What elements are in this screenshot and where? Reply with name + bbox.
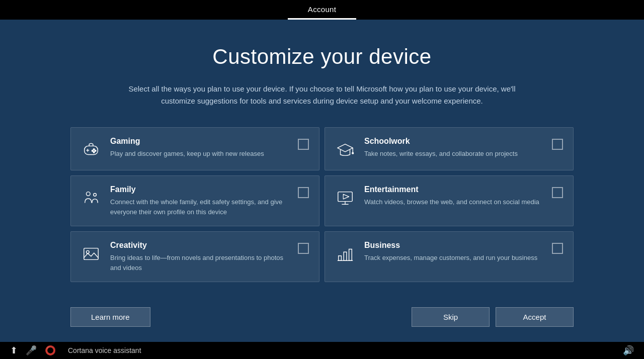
business-checkbox[interactable] <box>552 243 563 254</box>
creativity-desc: Bring ideas to life—from novels and pres… <box>110 253 290 273</box>
family-checkbox[interactable] <box>298 187 309 198</box>
gaming-checkbox[interactable] <box>298 139 309 150</box>
creativity-checkbox[interactable] <box>298 243 309 254</box>
svg-point-18 <box>87 250 90 253</box>
entertainment-icon <box>334 187 356 209</box>
taskbar: ⬆ 🎤 ⭕ Cortana voice assistant 🔊 <box>0 342 644 359</box>
microphone-icon[interactable]: 🎤 <box>26 345 37 356</box>
options-grid: Gaming Play and discover games, keep up … <box>70 127 574 282</box>
gaming-icon <box>80 139 102 161</box>
schoolwork-title: Schoolwork <box>364 137 544 146</box>
svg-rect-21 <box>349 249 352 261</box>
option-card-creativity[interactable]: Creativity Bring ideas to life—from nove… <box>70 231 319 282</box>
skip-button[interactable]: Skip <box>412 307 490 327</box>
schoolwork-desc: Take notes, write essays, and collaborat… <box>364 149 544 159</box>
svg-rect-20 <box>344 252 347 260</box>
svg-point-10 <box>352 152 354 154</box>
creativity-text: Creativity Bring ideas to life—from nove… <box>110 241 290 273</box>
business-desc: Track expenses, manage customers, and ru… <box>364 253 544 263</box>
page-subtitle: Select all the ways you plan to use your… <box>121 83 523 107</box>
svg-point-4 <box>93 149 95 150</box>
nav-tab-label: Account <box>308 5 336 14</box>
svg-point-6 <box>92 150 93 151</box>
svg-rect-17 <box>84 248 99 260</box>
accept-button[interactable]: Accept <box>496 307 574 327</box>
entertainment-text: Entertainment Watch videos, browse the w… <box>364 185 544 207</box>
option-card-schoolwork[interactable]: Schoolwork Take notes, write essays, and… <box>325 127 574 170</box>
svg-marker-8 <box>338 144 353 152</box>
family-title: Family <box>110 185 290 194</box>
svg-rect-19 <box>339 256 342 261</box>
business-icon <box>334 243 356 265</box>
creativity-title: Creativity <box>110 241 290 250</box>
learn-more-button[interactable]: Learn more <box>70 307 150 327</box>
top-nav: Account <box>0 0 644 20</box>
gaming-text: Gaming Play and discover games, keep up … <box>110 137 290 159</box>
svg-point-11 <box>87 192 91 196</box>
gaming-title: Gaming <box>110 137 290 146</box>
svg-rect-13 <box>338 192 353 202</box>
schoolwork-icon <box>334 139 356 161</box>
entertainment-checkbox[interactable] <box>552 187 563 198</box>
option-card-business[interactable]: Business Track expenses, manage customer… <box>325 231 574 282</box>
family-desc: Connect with the whole family, edit safe… <box>110 197 290 217</box>
family-icon <box>80 187 102 209</box>
svg-point-12 <box>94 194 97 197</box>
cortana-search-label[interactable]: Cortana voice assistant <box>68 346 141 354</box>
share-icon[interactable]: ⬆ <box>10 345 18 356</box>
option-card-entertainment[interactable]: Entertainment Watch videos, browse the w… <box>325 175 574 226</box>
entertainment-title: Entertainment <box>364 185 544 194</box>
family-text: Family Connect with the whole family, ed… <box>110 185 290 217</box>
page-title: Customize your device <box>70 45 574 69</box>
nav-tab-account[interactable]: Account <box>288 0 356 20</box>
btn-right-group: Skip Accept <box>412 307 574 327</box>
option-card-family[interactable]: Family Connect with the whole family, ed… <box>70 175 319 226</box>
action-bar: Learn more Skip Accept <box>0 297 644 342</box>
volume-icon[interactable]: 🔊 <box>623 345 634 356</box>
business-title: Business <box>364 241 544 250</box>
cortana-icon[interactable]: ⭕ <box>45 345 56 356</box>
entertainment-desc: Watch videos, browse the web, and connec… <box>364 197 544 207</box>
svg-point-5 <box>95 150 96 151</box>
gaming-desc: Play and discover games, keep up with ne… <box>110 149 290 159</box>
schoolwork-text: Schoolwork Take notes, write essays, and… <box>364 137 544 159</box>
schoolwork-checkbox[interactable] <box>552 139 563 150</box>
svg-point-7 <box>93 151 95 153</box>
creativity-icon <box>80 243 102 265</box>
svg-marker-16 <box>343 194 349 199</box>
option-card-gaming[interactable]: Gaming Play and discover games, keep up … <box>70 127 319 170</box>
main-container: Customize your device Select all the way… <box>0 20 644 297</box>
business-text: Business Track expenses, manage customer… <box>364 241 544 263</box>
